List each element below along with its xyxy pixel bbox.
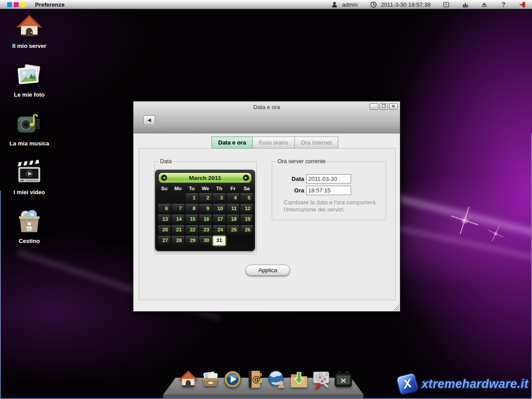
time-input[interactable] [306,186,351,195]
screen-edge [0,191,1,399]
calendar-day-31[interactable]: 31 [213,236,226,246]
calendar-day-5[interactable]: 5 [240,193,253,203]
apply-button[interactable]: Applica [246,265,290,276]
watermark-x: X [402,376,413,392]
calendar-day-28[interactable]: 28 [172,236,184,246]
calendar-day-16[interactable]: 16 [199,215,212,224]
date-input[interactable] [306,174,351,184]
calendar-day-header-row: SuMoTuWeThFrSa [157,184,253,193]
tab-fuso-orario[interactable]: Fuso orario [253,137,295,149]
desktop-item-my-videos[interactable]: I miei video [3,160,56,208]
tab-bar: Data e ora Fuso orario Ora Internet [211,137,338,149]
dock-disk-utility-icon[interactable] [311,369,331,389]
desktop-item-my-music[interactable]: La mia musica [3,111,56,160]
calendar-day-2[interactable]: 2 [199,193,212,203]
logo-square-yellow [20,2,25,7]
calendar-day-6[interactable]: 6 [158,204,171,214]
calendar-day-18[interactable]: 18 [227,215,239,224]
desktop-item-label: La mia musica [9,140,49,147]
calendar-day-22[interactable]: 22 [185,225,198,235]
server-time-legend: Ora server corrente [276,158,327,164]
calendar-day-23[interactable]: 23 [199,225,212,235]
calendar-day-15[interactable]: 15 [185,215,198,224]
date-group-legend: Data [158,158,173,164]
tab-ora-internet[interactable]: Ora Internet [295,137,338,149]
dock-downloads-icon[interactable] [289,369,309,389]
background-light-streak [389,191,532,247]
desktop-item-my-server[interactable]: Il mio server [3,13,56,62]
date-group: Data ◀ March 2011 ▶ SuMoTuWeThFrSa 12345… [154,158,257,254]
sparkle-star [484,222,507,245]
tab-data-e-ora[interactable]: Data e ora [211,137,253,149]
username[interactable]: admin [342,1,357,8]
calendar-day-10[interactable]: 10 [213,204,226,214]
dock-photos-icon[interactable] [200,369,220,389]
dock-contacts-icon[interactable]: @ [245,369,265,389]
desktop-item-trash[interactable]: Cestino [3,208,56,257]
calendar-day-13[interactable]: 13 [158,215,171,224]
dock-media-player-icon[interactable] [223,369,243,389]
xtremehardware-logo-icon: X [395,372,419,395]
calendar-day-17[interactable]: 17 [213,215,226,224]
help-icon[interactable]: ? [500,1,507,8]
home-icon [16,13,43,40]
calendar-day-7[interactable]: 7 [172,204,184,214]
calendar-day-25[interactable]: 25 [227,225,239,235]
apps-grid-icon[interactable] [443,1,450,8]
calendar: ◀ March 2011 ▶ SuMoTuWeThFrSa 1234567891… [155,170,255,251]
music-icon [16,111,43,137]
dock-network-users-icon[interactable] [267,369,287,389]
calendar-day-20[interactable]: 20 [158,225,171,235]
calendar-empty-cell [240,236,253,246]
desktop-item-label: Cestino [19,238,40,244]
calendar-day-21[interactable]: 21 [172,225,184,235]
topbar: Preferenze admin 2011-3-30 18:57:38 [0,0,532,10]
back-button[interactable]: ◀ [143,115,155,125]
calendar-day-4[interactable]: 4 [227,193,239,203]
calendar-day-header: Su [157,184,171,193]
calendar-day-header: Tu [185,184,199,193]
desktop-item-label: Le mie foto [14,91,44,98]
watermark: X xtremehardware.it [398,374,528,394]
minimize-button[interactable]: _ [370,103,378,110]
calendar-day-8[interactable]: 8 [185,204,198,214]
logo-square-magenta [14,2,19,7]
calendar-day-header: Fr [226,184,240,193]
resize-handle[interactable] [393,305,399,310]
user-icon [331,1,338,8]
datetime: 2011-3-30 18:57:38 [381,1,431,8]
maximize-button[interactable]: ❐ [379,103,388,110]
window-title: Data e ora [133,104,400,110]
calendar-prev-icon[interactable]: ◀ [161,175,167,181]
calendar-empty-cell [172,193,184,203]
calendar-day-24[interactable]: 24 [213,225,226,235]
desktop-screen: Preferenze admin 2011-3-30 18:57:38 [0,0,532,399]
dock-platform-front [163,395,364,398]
calendar-day-26[interactable]: 26 [240,225,253,235]
stats-icon[interactable] [462,1,469,8]
content-panel: Data ◀ March 2011 ▶ SuMoTuWeThFrSa 12345… [139,148,395,300]
dock-icon-row: @ [178,369,353,389]
eject-icon[interactable] [481,1,488,8]
calendar-day-29[interactable]: 29 [185,236,198,246]
service-interruption-note: Cambiare la data e l'ora comporterà l'in… [284,199,387,214]
logout-icon[interactable] [519,1,526,8]
time-field-label: Ora [272,187,304,194]
calendar-day-11[interactable]: 11 [227,204,239,214]
calendar-day-14[interactable]: 14 [172,215,184,224]
calendar-day-27[interactable]: 27 [158,236,171,246]
dock-system-console-icon[interactable] [333,369,353,389]
calendar-day-3[interactable]: 3 [213,193,226,203]
svg-text:@: @ [252,374,261,384]
desktop-item-my-photos[interactable]: Le mie foto [3,62,56,111]
calendar-day-19[interactable]: 19 [240,215,253,224]
calendar-month-label: March 2011 [189,175,221,181]
watermark-text: xtremehardware.it [422,377,528,391]
calendar-next-icon[interactable]: ▶ [243,175,249,181]
dock-home-icon[interactable] [178,369,198,389]
calendar-day-12[interactable]: 12 [240,204,253,214]
calendar-day-1[interactable]: 1 [185,193,198,203]
calendar-day-9[interactable]: 9 [199,204,212,214]
calendar-day-30[interactable]: 30 [199,236,212,246]
close-button[interactable]: ✕ [389,103,398,110]
